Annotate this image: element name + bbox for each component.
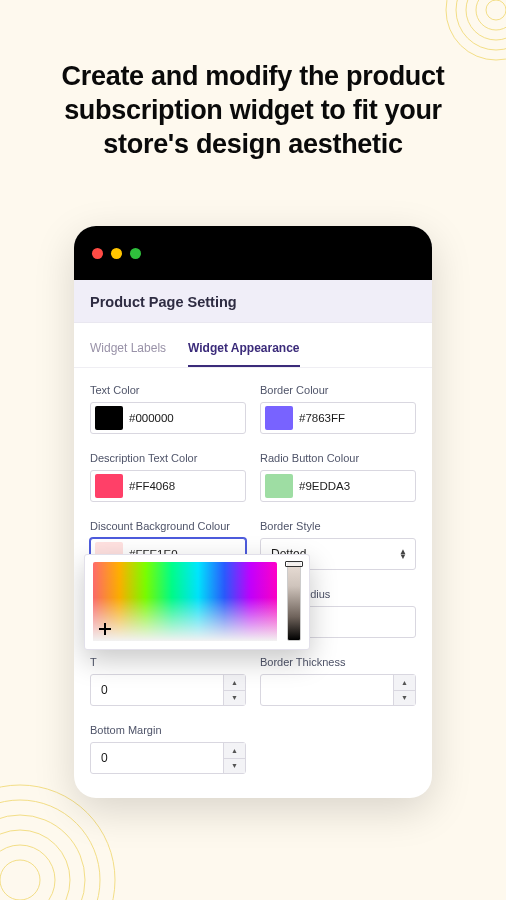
color-picker-luminance-handle[interactable] [285, 561, 303, 567]
color-picker-popover[interactable] [84, 554, 310, 650]
input-bottom-margin[interactable]: 0 ▲ ▼ [90, 742, 246, 774]
window-close-button[interactable] [92, 248, 103, 259]
color-picker-spectrum[interactable] [93, 562, 277, 641]
svg-point-5 [0, 860, 40, 900]
svg-point-2 [466, 0, 506, 40]
stepper-down-icon[interactable]: ▼ [224, 691, 245, 706]
label-border-style: Border Style [260, 520, 416, 532]
label-border-colour: Border Colour [260, 384, 416, 396]
window-minimize-button[interactable] [111, 248, 122, 259]
field-bottom-margin: Bottom Margin 0 ▲ ▼ [90, 724, 246, 774]
svg-point-8 [0, 815, 85, 900]
stepper-down-icon[interactable]: ▼ [224, 759, 245, 774]
app-window: Product Page Setting Widget Labels Widge… [74, 226, 432, 798]
stepper-up-icon[interactable]: ▲ [394, 675, 415, 691]
svg-point-9 [0, 800, 100, 900]
value-text-color: #000000 [129, 412, 245, 424]
svg-point-4 [446, 0, 506, 60]
input-text-color[interactable]: #000000 [90, 402, 246, 434]
swatch-border-colour[interactable] [265, 406, 293, 430]
label-bottom-margin: Bottom Margin [90, 724, 246, 736]
tab-widget-appearance[interactable]: Widget Appearance [188, 341, 299, 367]
window-titlebar [74, 226, 432, 280]
stepper-up-icon[interactable]: ▲ [224, 675, 245, 691]
field-border-thickness: Border Thickness ▲ ▼ [260, 656, 416, 706]
value-border-colour: #7863FF [299, 412, 415, 424]
page-title: Product Page Setting [74, 280, 432, 323]
input-border-thickness[interactable]: ▲ ▼ [260, 674, 416, 706]
tab-widget-labels[interactable]: Widget Labels [90, 341, 166, 367]
value-description-text-color: #FF4068 [129, 480, 245, 492]
page-headline: Create and modify the product subscripti… [43, 60, 463, 161]
value-radio-button-colour: #9EDDA3 [299, 480, 415, 492]
input-top-margin[interactable]: 0 ▲ ▼ [90, 674, 246, 706]
svg-point-3 [456, 0, 506, 50]
value-bottom-margin: 0 [101, 751, 108, 765]
field-top-margin: T 0 ▲ ▼ [90, 656, 246, 706]
field-description-text-color: Description Text Color #FF4068 [90, 452, 246, 502]
label-discount-background-colour: Discount Background Colour [90, 520, 246, 532]
field-border-colour: Border Colour #7863FF [260, 384, 416, 434]
color-picker-luminance-slider[interactable] [287, 562, 301, 641]
label-border-thickness: Border Thickness [260, 656, 416, 668]
color-picker-cursor-icon [99, 623, 111, 635]
svg-point-6 [0, 845, 55, 900]
stepper-top-margin[interactable]: ▲ ▼ [223, 675, 245, 705]
svg-point-1 [476, 0, 506, 30]
tab-bar: Widget Labels Widget Appearance [74, 323, 432, 368]
stepper-border-thickness[interactable]: ▲ ▼ [393, 675, 415, 705]
label-radio-button-colour: Radio Button Colour [260, 452, 416, 464]
field-radio-button-colour: Radio Button Colour #9EDDA3 [260, 452, 416, 502]
stepper-bottom-margin[interactable]: ▲ ▼ [223, 743, 245, 773]
swatch-text-color[interactable] [95, 406, 123, 430]
input-border-colour[interactable]: #7863FF [260, 402, 416, 434]
input-radio-button-colour[interactable]: #9EDDA3 [260, 470, 416, 502]
stepper-up-icon[interactable]: ▲ [224, 743, 245, 759]
input-description-text-color[interactable]: #FF4068 [90, 470, 246, 502]
label-description-text-color: Description Text Color [90, 452, 246, 464]
select-chevrons-icon: ▲▼ [399, 549, 407, 559]
swatch-radio-button-colour[interactable] [265, 474, 293, 498]
svg-point-0 [486, 0, 506, 20]
appearance-form: Text Color #000000 Border Colour #7863FF… [74, 368, 432, 798]
stepper-down-icon[interactable]: ▼ [394, 691, 415, 706]
swatch-description-text-color[interactable] [95, 474, 123, 498]
svg-point-10 [0, 785, 115, 900]
label-top-margin: T [90, 656, 246, 668]
label-text-color: Text Color [90, 384, 246, 396]
field-text-color: Text Color #000000 [90, 384, 246, 434]
value-top-margin: 0 [101, 683, 108, 697]
window-maximize-button[interactable] [130, 248, 141, 259]
svg-point-7 [0, 830, 70, 900]
